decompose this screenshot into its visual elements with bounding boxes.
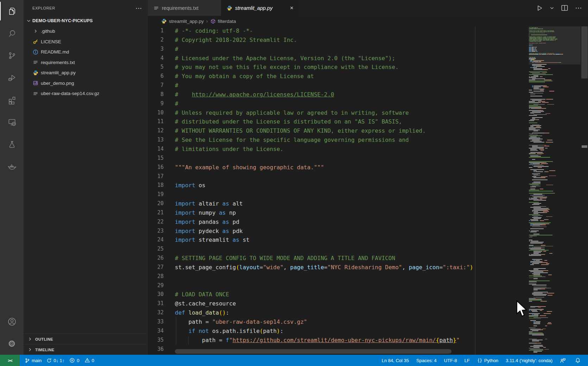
activity-bar-item-testing[interactable] [0,133,24,155]
file-item--github[interactable]: .github [24,26,148,37]
code-line[interactable]: 5# you may not use this file except in c… [148,63,588,72]
remote-indicator[interactable]: >< [0,355,20,366]
code-line[interactable]: 11# distributed under the License is dis… [148,117,588,126]
line-number[interactable]: 2 [148,36,164,45]
code-line[interactable]: 16"""An example of showing geographic da… [148,163,588,172]
code-line[interactable]: 17 [148,172,588,181]
code-line[interactable]: 24import streamlit as st [148,235,588,245]
line-number[interactable]: 6 [148,72,164,81]
activity-bar-item-settings[interactable] [0,333,24,355]
code-line[interactable]: 19 [148,190,588,199]
code-line[interactable]: 27st.set_page_config(layout="wide", page… [148,263,588,272]
code-line[interactable]: 33 path = "uber-raw-data-sep14.csv.gz" [148,317,588,327]
line-number[interactable]: 32 [148,308,164,317]
line-number[interactable]: 21 [148,208,164,217]
code-line[interactable]: 12# WITHOUT WARRANTIES OR CONDITIONS OF … [148,126,588,135]
activity-bar-item-accounts[interactable] [0,310,24,333]
file-item-uber-raw-data-sep14-csv-gz[interactable]: uber-raw-data-sep14.csv.gz [24,88,148,99]
line-number[interactable]: 19 [148,190,164,199]
horizontal-scrollbar-thumb[interactable] [175,349,451,354]
status-item-git-branch[interactable]: main [25,358,42,363]
line-number[interactable]: 8 [148,90,164,99]
line-number[interactable]: 22 [148,217,164,227]
line-number[interactable]: 1 [148,26,164,36]
code-line[interactable]: 21import numpy as np [148,208,588,217]
status-item-python-interpreter[interactable]: 3.11.4 ('nightly': conda) [506,358,552,363]
status-item-feedback[interactable] [560,358,568,364]
status-item-git-sync[interactable]: 0↓ 1↑ [46,358,64,363]
folder-root-row[interactable]: DEMO-UBER-NYC-PICKUPS [24,16,148,25]
close-icon[interactable]: × [290,5,293,11]
status-item-language-mode[interactable]: Python [477,358,498,363]
editor-content[interactable]: 1# -*- coding: utf-8 -*-2# Copyright 201… [148,26,588,355]
status-item-problems-warnings[interactable]: 0 [84,358,94,363]
code-line[interactable]: 32def load_data(): [148,308,588,317]
line-number[interactable]: 36 [148,345,164,354]
line-number[interactable]: 9 [148,99,164,108]
code-line[interactable]: 23import pydeck as pdk [148,227,588,236]
status-item-encoding[interactable]: UTF-8 [444,358,457,363]
line-number[interactable]: 16 [148,163,164,172]
line-number[interactable]: 5 [148,63,164,72]
line-number[interactable]: 12 [148,126,164,135]
line-number[interactable]: 10 [148,108,164,118]
sidebar-section-outline[interactable]: OUTLINE [24,334,148,344]
line-number[interactable]: 24 [148,235,164,245]
run-python-file-button[interactable] [536,4,543,12]
vertical-scrollbar-thumb[interactable] [581,26,588,78]
status-item-problems-errors[interactable]: 0 [69,358,79,363]
line-number[interactable]: 29 [148,281,164,290]
code-line[interactable]: 28 [148,272,588,281]
code-line[interactable]: 3# [148,45,588,54]
code-line[interactable]: 29 [148,281,588,290]
code-line[interactable]: 18import os [148,181,588,190]
code-line[interactable]: 20import altair as alt [148,199,588,208]
file-item-requirements-txt[interactable]: requirements.txt [24,57,148,68]
code-line[interactable]: 22import pandas as pd [148,217,588,227]
line-number[interactable]: 27 [148,263,164,272]
line-number[interactable]: 13 [148,135,164,145]
line-number[interactable]: 15 [148,154,164,163]
tab-streamlit-app-py[interactable]: streamlit_app.py× [221,0,298,16]
line-number[interactable]: 3 [148,45,164,54]
explorer-more-actions-button[interactable]: ··· [136,5,142,11]
line-number[interactable]: 34 [148,327,164,336]
activity-bar-item-search[interactable] [0,22,24,44]
code-line[interactable]: 14# limitations under the License. [148,145,588,154]
code-line[interactable]: 4# Licensed under the Apache License, Ve… [148,54,588,63]
file-item-license[interactable]: LICENSE [24,37,148,47]
status-item-indentation[interactable]: Spaces: 4 [416,358,437,363]
code-line[interactable]: 35 path = f"https://github.com/streamlit… [148,336,588,345]
code-line[interactable]: 10# Unless required by applicable law or… [148,108,588,118]
code-line[interactable]: 31@st.cache_resource [148,299,588,308]
line-number[interactable]: 25 [148,245,164,254]
line-number[interactable]: 28 [148,272,164,281]
line-number[interactable]: 17 [148,172,164,181]
code-line[interactable]: 1# -*- coding: utf-8 -*- [148,26,588,36]
run-options-dropdown-button[interactable] [549,5,555,11]
split-editor-button[interactable] [561,4,569,12]
code-line[interactable]: 6# You may obtain a copy of the License … [148,72,588,81]
tab-requirements-txt[interactable]: requirements.txt [148,0,221,16]
activity-bar-item-explorer[interactable] [0,0,24,22]
file-item-readme-md[interactable]: README.md [24,47,148,57]
code-line[interactable]: 26# SETTING PAGE CONFIG TO WIDE MODE AND… [148,254,588,263]
line-number[interactable]: 18 [148,181,164,190]
code-line[interactable]: 8# http://www.apache.org/licenses/LICENS… [148,90,588,99]
status-item-eol[interactable]: LF [464,358,470,363]
line-number[interactable]: 35 [148,336,164,345]
activity-bar-item-remote-explorer[interactable] [0,111,24,133]
line-number[interactable]: 20 [148,199,164,208]
activity-bar-item-extensions[interactable] [0,89,24,111]
activity-bar-item-source-control[interactable] [0,44,24,67]
line-number[interactable]: 14 [148,145,164,154]
status-item-notifications[interactable] [575,358,582,363]
line-number[interactable]: 30 [148,290,164,299]
sidebar-section-timeline[interactable]: TIMELINE [24,344,148,355]
file-item-streamlit-app-py[interactable]: streamlit_app.py [24,68,148,78]
vertical-scrollbar[interactable] [581,26,588,355]
line-number[interactable]: 11 [148,117,164,126]
line-number[interactable]: 23 [148,227,164,236]
code-line[interactable]: 9# [148,99,588,108]
code-line[interactable]: 2# Copyright 2018-2022 Streamlit Inc. [148,36,588,45]
